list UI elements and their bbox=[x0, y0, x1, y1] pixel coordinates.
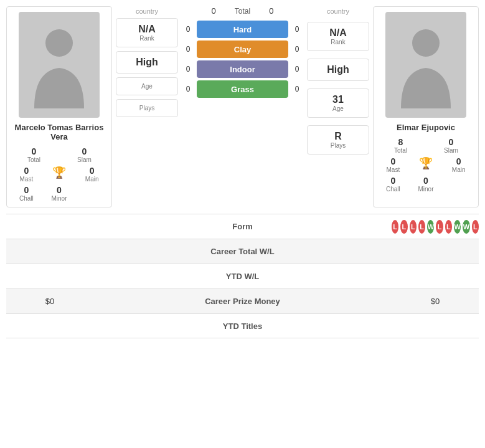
right-trophy: 🏆 bbox=[412, 156, 441, 173]
prize-money-label: Career Prize Money bbox=[93, 297, 392, 306]
surface-bars-column: 0 Total 0 0 Hard 0 0 Clay 0 0 Indoor bbox=[182, 6, 303, 207]
prize-money-row: $0 Career Prize Money $0 bbox=[6, 288, 479, 313]
svg-point-1 bbox=[412, 29, 440, 57]
career-wl-label: Career Total W/L bbox=[93, 247, 392, 256]
right-country: country bbox=[327, 7, 349, 15]
left-total-stat: 0 Total bbox=[12, 146, 56, 163]
surface-row-clay: 0 Clay 0 bbox=[182, 41, 303, 58]
left-main-stat: 0 Main bbox=[77, 166, 106, 183]
form-badge-l: L bbox=[418, 220, 425, 234]
left-age-box: Age bbox=[116, 77, 178, 95]
left-slam-stat: 0 Slam bbox=[62, 146, 106, 163]
ytd-titles-row: YTD Titles bbox=[6, 313, 479, 338]
form-badge-w: W bbox=[463, 220, 469, 234]
form-badge-w: W bbox=[454, 220, 461, 234]
total-left-val: 0 bbox=[212, 6, 216, 16]
right-total-stat: 8 Total bbox=[379, 137, 423, 154]
total-right-val: 0 bbox=[269, 6, 273, 16]
prize-money-left: $0 bbox=[6, 297, 93, 306]
form-label: Form bbox=[93, 222, 392, 231]
indoor-right-val: 0 bbox=[291, 65, 303, 74]
clay-bar: Clay bbox=[197, 41, 288, 58]
surface-row-grass: 0 Grass 0 bbox=[182, 80, 303, 98]
left-stats-grid-3: 0 Mast 🏆 0 Main 0 Chall 0 Minor bbox=[12, 166, 106, 202]
form-badge-w: W bbox=[427, 220, 434, 234]
grass-bar: Grass bbox=[197, 80, 288, 98]
total-row: 0 Total 0 bbox=[182, 6, 303, 16]
clay-right-val: 0 bbox=[291, 45, 303, 54]
left-player-avatar bbox=[19, 12, 100, 118]
left-high-box: High bbox=[116, 51, 178, 74]
indoor-bar: Indoor bbox=[197, 60, 288, 78]
left-stats-grid: 0 Total 0 Slam bbox=[12, 146, 106, 163]
right-age-box: 31 Age bbox=[307, 88, 369, 118]
right-main-stat: 0 Main bbox=[444, 156, 473, 173]
hard-left-val: 0 bbox=[182, 25, 194, 34]
prize-money-right: $0 bbox=[392, 297, 479, 306]
main-container: Marcelo Tomas Barrios Vera 0 Total 0 Sla… bbox=[0, 0, 485, 338]
right-minor-stat: 0 Minor bbox=[412, 176, 441, 193]
career-wl-row: Career Total W/L bbox=[6, 239, 479, 264]
right-chall-stat: 0 Chall bbox=[379, 176, 408, 193]
form-badges: LLLLWLLWWL bbox=[392, 220, 479, 234]
grass-left-val: 0 bbox=[182, 85, 194, 93]
left-chall-stat: 0 Chall bbox=[12, 185, 41, 202]
grass-right-val: 0 bbox=[291, 85, 303, 93]
form-badge-l: L bbox=[410, 220, 417, 234]
right-slam-stat: 0 Slam bbox=[429, 137, 473, 154]
ytd-wl-label: YTD W/L bbox=[93, 272, 392, 281]
left-player-name: Marcelo Tomas Barrios Vera bbox=[12, 123, 106, 141]
right-plays-box: R Plays bbox=[307, 125, 369, 155]
total-label: Total bbox=[235, 7, 250, 16]
ytd-titles-label: YTD Titles bbox=[93, 322, 392, 331]
right-high-box: High bbox=[307, 59, 369, 81]
right-mast-stat: 0 Mast bbox=[379, 156, 408, 173]
ytd-wl-row: YTD W/L bbox=[6, 264, 479, 288]
form-badge-l: L bbox=[436, 220, 443, 234]
left-plays-box: Plays bbox=[116, 99, 178, 117]
right-detail-stats: country N/A Rank High 31 Age R Plays bbox=[307, 6, 369, 207]
clay-left-val: 0 bbox=[182, 45, 194, 54]
form-badge-l: L bbox=[392, 220, 398, 234]
right-rank-box: N/A Rank bbox=[307, 22, 369, 51]
surface-row-indoor: 0 Indoor 0 bbox=[182, 60, 303, 78]
left-trophy: 🏆 bbox=[45, 166, 74, 183]
left-player-card: Marcelo Tomas Barrios Vera 0 Total 0 Sla… bbox=[6, 6, 112, 207]
right-player-name: Elmar Ejupovic bbox=[397, 123, 455, 132]
left-minor-stat: 0 Minor bbox=[45, 185, 74, 202]
bottom-section: Form LLLLWLLWWL Career Total W/L YTD W/L… bbox=[0, 214, 485, 338]
hard-bar: Hard bbox=[197, 21, 288, 38]
right-player-card: Elmar Ejupovic 8 Total 0 Slam 0 Mast 🏆 bbox=[373, 6, 479, 207]
form-row: Form LLLLWLLWWL bbox=[6, 214, 479, 239]
form-badge-l: L bbox=[472, 220, 479, 234]
surface-row-hard: 0 Hard 0 bbox=[182, 21, 303, 38]
form-badge-l: L bbox=[400, 220, 407, 234]
left-country: country bbox=[136, 7, 158, 15]
form-badges-container: LLLLWLLWWL bbox=[392, 220, 479, 234]
svg-point-0 bbox=[45, 29, 73, 57]
right-stats-grid-3: 0 Mast 🏆 0 Main 0 Chall 0 Minor bbox=[379, 156, 473, 193]
left-mast-stat: 0 Mast bbox=[12, 166, 41, 183]
left-detail-stats: country N/A Rank High Age Plays bbox=[116, 6, 178, 207]
right-player-avatar bbox=[385, 12, 466, 118]
right-stats-grid: 8 Total 0 Slam bbox=[379, 137, 473, 154]
comparison-area: Marcelo Tomas Barrios Vera 0 Total 0 Sla… bbox=[0, 0, 485, 214]
indoor-left-val: 0 bbox=[182, 65, 194, 74]
hard-right-val: 0 bbox=[291, 25, 303, 34]
center-panel: country N/A Rank High Age Plays bbox=[116, 6, 369, 207]
left-rank-box: N/A Rank bbox=[116, 18, 178, 47]
form-badge-l: L bbox=[445, 220, 452, 234]
